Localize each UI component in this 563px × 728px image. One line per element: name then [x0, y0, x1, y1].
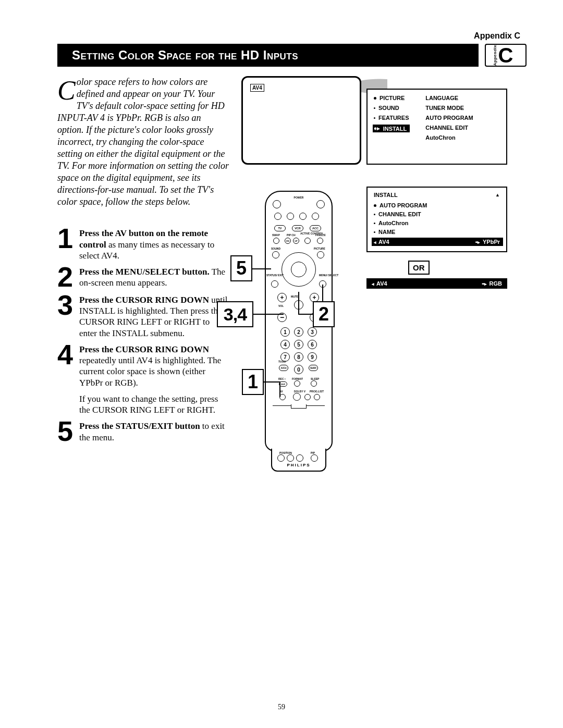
- remote-key-2: 2: [294, 327, 303, 337]
- menu-item: SOUND: [378, 105, 399, 111]
- step-follow: If you want to change the setting, press…: [79, 393, 229, 416]
- remote-label: POWER: [265, 196, 333, 199]
- remote-tv-button: TV: [274, 225, 286, 231]
- remote-acc-button: ACC: [310, 225, 321, 231]
- menu-item: TUNER MODE: [425, 105, 464, 111]
- remote-vol-up: +: [277, 293, 287, 302]
- remote-label: VOL: [278, 304, 284, 307]
- remote-sound-button: [272, 251, 279, 258]
- appendix-label: Appendix C: [57, 31, 520, 41]
- remote-dolby-button: [293, 393, 301, 401]
- remote-key-6: 6: [308, 340, 317, 349]
- remote-ok-button: [291, 262, 307, 277]
- callout-1: 1: [242, 369, 264, 395]
- remote-key-4: 4: [280, 340, 290, 349]
- remote-active-button: [304, 238, 311, 244]
- menu-value: RGB: [489, 280, 502, 287]
- remote-power-button: [316, 200, 325, 208]
- osd-alt-value: AV4 RGB: [366, 278, 507, 289]
- remote-swap-button: [273, 238, 279, 244]
- remote-pipch-up: UP: [293, 238, 299, 244]
- callout-5: 5: [230, 255, 252, 281]
- remote-key-3: 3: [308, 327, 317, 337]
- appendix-tab-letter: C: [498, 44, 513, 67]
- step-2: 2 Press the MENU/SELECT button. The on-s…: [57, 265, 229, 289]
- remote-key-5: 5: [294, 340, 303, 349]
- remote-surf-button: SURF: [309, 365, 318, 371]
- remote-control-illustration: PHILIPS POWER TV VCR ACC SWAP PIP CH ACT…: [265, 191, 333, 475]
- menu-item-selected: AV4: [378, 239, 389, 245]
- remote-label: MUTE: [291, 295, 298, 298]
- remote-freeze-button: [317, 238, 323, 244]
- menu-item: AUTO PROGRAM: [380, 202, 427, 208]
- step-bold: Press the CURSOR RING DOWN: [79, 295, 209, 305]
- remote-picture-button: [317, 251, 324, 258]
- step-bold: Press the STATUS/EXIT button: [79, 421, 200, 431]
- page-number: 59: [0, 703, 563, 711]
- remote-label: PROG.LIST: [310, 390, 324, 393]
- menu-item: CHANNEL EDIT: [425, 125, 468, 131]
- remote-label: SLEEP: [311, 377, 319, 380]
- callout-2: 2: [313, 301, 335, 327]
- menu-item: AUTO PROGRAM: [425, 115, 473, 121]
- remote-pipch-dn: DN: [285, 238, 291, 244]
- remote-stop-button: [287, 213, 294, 220]
- step-number: 4: [57, 343, 76, 416]
- osd-install-submenu: INSTALL ▲ AUTO PROGRAM CHANNEL EDIT Auto…: [366, 187, 507, 252]
- step-bold: Press the MENU/SELECT button.: [79, 267, 210, 277]
- remote-vcr-button: VCR: [292, 225, 303, 231]
- submenu-title: INSTALL: [374, 192, 398, 198]
- appendix-tab: Appendix C: [485, 44, 527, 67]
- step-4: 4 Press the CURSOR RING DOWN repeatedly …: [57, 343, 229, 416]
- step-1: 1 Press the AV button on the remote cont…: [57, 227, 229, 261]
- remote-position-right: [296, 454, 303, 462]
- menu-item-selected: AV4: [376, 280, 387, 287]
- remote-label: DOLBY V: [294, 390, 305, 393]
- menu-item: LANGUAGE: [425, 95, 458, 101]
- remote-label: SWAP: [272, 233, 280, 237]
- step-number: 5: [57, 419, 76, 443]
- step-number: 1: [57, 227, 76, 261]
- remote-position-left: [277, 454, 285, 462]
- remote-sleep-button: [311, 380, 317, 387]
- intro-dropcap: C: [57, 79, 76, 102]
- menu-item: CHANNEL EDIT: [378, 211, 421, 217]
- step-text: repeatedly until AV4 is highlighted. The…: [79, 355, 221, 388]
- tv-input-badge: AV4: [250, 84, 264, 92]
- menu-value: YPbPr: [483, 239, 500, 245]
- remote-label: TV/AV: [278, 361, 286, 363]
- remote-brand: PHILIPS: [265, 463, 333, 467]
- remote-proglist-button: [314, 394, 320, 400]
- callout-3-4: 3,4: [217, 301, 253, 327]
- step-bold: Press the CURSOR RING DOWN: [79, 344, 209, 354]
- remote-ffwd-button: [312, 213, 319, 220]
- step-5: 5 Press the STATUS/EXIT button to exit t…: [57, 419, 229, 443]
- menu-item: AutoChron: [378, 220, 408, 226]
- step-number: 2: [57, 265, 76, 289]
- remote-key-8: 8: [294, 352, 303, 362]
- intro-paragraph: Color space refers to how colors are def…: [57, 76, 229, 208]
- osd-main-menu: PICTURE SOUND FEATURES ♦▸INSTALL LANGUAG…: [366, 89, 507, 165]
- remote-ach-button: A/CH: [279, 365, 288, 371]
- step-3: 3 Press the CURSOR RING DOWN until INSTA…: [57, 293, 229, 339]
- remote-label: STATUS/ EXIT: [266, 274, 284, 277]
- menu-arrow-icon: ♦▸: [374, 125, 380, 132]
- remote-label: FREEZE: [315, 233, 326, 237]
- remote-key-1: 1: [280, 327, 290, 337]
- remote-pip-button: [311, 454, 318, 462]
- remote-key-9: 9: [308, 352, 317, 362]
- steps-list: 1 Press the AV button on the remote cont…: [57, 227, 229, 443]
- remote-util-button: [304, 394, 311, 400]
- remote-play-button: [299, 213, 307, 220]
- appendix-tab-side: Appendix: [493, 45, 497, 66]
- scroll-up-icon: ▲: [495, 192, 500, 198]
- remote-format-button: [294, 380, 300, 387]
- menu-item: PICTURE: [380, 95, 405, 101]
- remote-label: REC •: [278, 377, 286, 380]
- or-label: OR: [408, 261, 430, 275]
- menu-item: FEATURES: [378, 115, 409, 121]
- remote-label: MENU/ SELECT: [319, 274, 338, 277]
- remote-pause-button: [273, 200, 281, 208]
- remote-position-mid: [287, 454, 294, 462]
- step-number: 3: [57, 293, 76, 339]
